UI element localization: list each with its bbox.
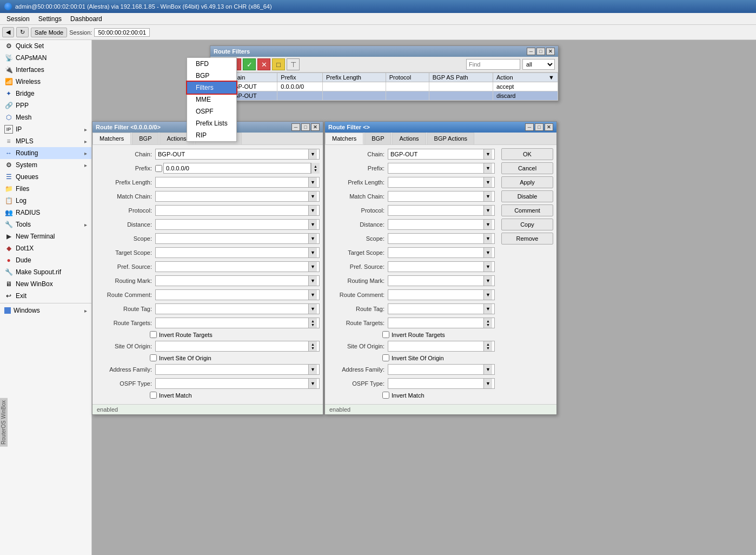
menu-session[interactable]: Session [2,14,34,24]
sidebar-item-windows[interactable]: Windows ▸ [0,305,91,316]
comment-btn[interactable]: □ [272,58,285,70]
sidebar-item-interfaces[interactable]: 🔌 Interfaces [0,64,91,76]
pref-source-select-right[interactable]: ▼ [388,261,495,272]
submenu-rip[interactable]: RIP [187,129,236,141]
sidebar-item-ppp[interactable]: 🔗 PPP [0,100,91,111]
sidebar-item-ip[interactable]: IP IP ▸ [0,123,91,135]
routing-mark-select-right[interactable]: ▼ [388,275,495,286]
rf-right-close[interactable]: ✕ [545,123,553,131]
submenu-bgp[interactable]: BGP [187,70,236,82]
sidebar-item-log[interactable]: 📋 Log [0,195,91,207]
submenu-filters[interactable]: Filters [187,82,236,94]
protocol-arrow-left[interactable]: ▼ [308,206,317,215]
route-targets-double-arrow-left[interactable]: ▲ ▼ [308,318,317,328]
route-comment-arrow-right[interactable]: ▼ [483,290,492,300]
sidebar-item-radius[interactable]: 👥 RADIUS [0,207,91,219]
tab-matchers-right[interactable]: Matchers [325,133,363,144]
action-dropdown-icon[interactable]: ▼ [548,74,554,81]
ok-button[interactable]: OK [501,148,553,160]
scope-arrow-right[interactable]: ▼ [483,234,492,243]
chain-select-left[interactable]: BGP-OUT ▼ [155,149,320,160]
route-tag-select-right[interactable]: ▼ [388,303,495,314]
route-tag-select-left[interactable]: ▼ [155,303,320,314]
route-tag-arrow-right[interactable]: ▼ [483,304,492,314]
menu-settings[interactable]: Settings [34,14,66,24]
route-filter-right-title-bar[interactable]: Route Filter <> ─ □ ✕ [325,122,556,133]
sidebar-item-routing[interactable]: ↔ Routing ▸ [0,147,91,159]
chain-select-right[interactable]: BGP-OUT ▼ [388,149,495,160]
routing-mark-arrow-right[interactable]: ▼ [483,276,492,286]
prefix-scroll-left[interactable]: ▲ ▼ [311,163,320,174]
tab-bgp-right[interactable]: BGP [364,133,391,144]
sidebar-item-tools[interactable]: 🔧 Tools ▸ [0,219,91,230]
tab-bgp-left[interactable]: BGP [132,133,158,144]
tab-matchers-left[interactable]: Matchers [92,133,131,144]
match-chain-select-left[interactable]: ▼ [155,191,320,202]
match-chain-arrow-right[interactable]: ▼ [483,191,492,201]
distance-select-left[interactable]: ▼ [155,219,320,230]
ospf-type-select-right[interactable]: ▼ [388,378,495,389]
address-family-select-right[interactable]: ▼ [388,364,495,375]
enable-btn[interactable]: ✓ [243,58,256,70]
site-of-origin-double-arrow-right[interactable]: ▲ ▼ [483,341,492,351]
invert-match-checkbox-right[interactable] [382,392,389,399]
scope-select-right[interactable]: ▼ [388,233,495,244]
invert-route-targets-checkbox-right[interactable] [382,331,389,338]
distance-arrow-left[interactable]: ▼ [308,220,317,229]
sidebar-item-mesh[interactable]: ⬡ Mesh [0,111,91,123]
route-targets-select-left[interactable]: ▲ ▼ [155,318,320,328]
scope-arrow-left[interactable]: ▼ [308,234,317,243]
target-scope-select-left[interactable]: ▼ [155,247,320,258]
copy-button[interactable]: Copy [501,219,553,230]
invert-match-checkbox-left[interactable] [150,392,157,399]
sidebar-item-capsman[interactable]: 📡 CAPsMAN [0,52,91,64]
prefix-length-select-right[interactable]: ▼ [388,177,495,188]
route-tag-arrow-left[interactable]: ▼ [308,304,317,314]
prefix-input-left[interactable] [163,163,311,174]
protocol-select-right[interactable]: ▼ [388,205,495,216]
sidebar-item-quick-set[interactable]: ⚙ Quick Set [0,40,91,52]
rf-right-minimize[interactable]: ─ [525,123,534,131]
tab-bgp-actions-right[interactable]: BGP Actions [427,133,475,144]
invert-site-of-origin-checkbox-left[interactable] [150,354,157,361]
sidebar-item-bridge[interactable]: ✦ Bridge [0,88,91,100]
route-filters-minimize[interactable]: ─ [527,48,535,55]
submenu-mme[interactable]: MME [187,94,236,105]
table-row[interactable]: 0 BGP-OUT 0.0.0.0/0 accept [211,82,558,91]
protocol-select-left[interactable]: ▼ [155,205,320,216]
remove-button[interactable]: Remove [501,233,553,245]
routing-mark-arrow-left[interactable]: ▼ [308,276,317,286]
sidebar-item-dot1x[interactable]: ◆ Dot1X [0,242,91,254]
prefix-length-arrow-left[interactable]: ▼ [308,177,317,187]
target-scope-select-right[interactable]: ▼ [388,247,495,258]
route-filters-maximize[interactable]: □ [536,48,545,55]
rf-right-maximize[interactable]: □ [535,123,543,131]
match-chain-select-right[interactable]: ▼ [388,191,495,202]
route-targets-double-arrow-right[interactable]: ▲ ▼ [483,318,492,328]
sidebar-item-new-terminal[interactable]: ▶ New Terminal [0,230,91,242]
pref-source-arrow-right[interactable]: ▼ [483,262,492,272]
safe-mode-btn[interactable]: Safe Mode [31,28,67,37]
ospf-type-select-left[interactable]: ▼ [155,378,320,389]
filter-btn[interactable]: ⊤ [287,58,300,70]
comment-button[interactable]: Comment [501,204,553,216]
disable-btn[interactable]: ✕ [257,58,270,70]
route-comment-select-left[interactable]: ▼ [155,289,320,300]
chain-arrow-left[interactable]: ▼ [308,149,317,159]
scope-select-left[interactable]: ▼ [155,233,320,244]
route-filters-title-bar[interactable]: Route Filters ─ □ ✕ [210,46,558,57]
tab-actions-right[interactable]: Actions [392,133,426,144]
match-chain-arrow-left[interactable]: ▼ [308,191,317,201]
route-targets-select-right[interactable]: ▲ ▼ [388,318,495,328]
ospf-type-arrow-right[interactable]: ▼ [483,379,492,388]
pref-source-select-left[interactable]: ▼ [155,261,320,272]
protocol-arrow-right[interactable]: ▼ [483,206,492,215]
site-of-origin-double-arrow-left[interactable]: ▲ ▼ [308,341,317,351]
target-scope-arrow-right[interactable]: ▼ [483,248,492,257]
sidebar-item-files[interactable]: 📁 Files [0,183,91,195]
menu-dashboard[interactable]: Dashboard [66,14,107,24]
invert-route-targets-checkbox-left[interactable] [150,331,157,338]
pref-source-arrow-left[interactable]: ▼ [308,262,317,272]
submenu-ospf[interactable]: OSPF [187,105,236,117]
sidebar-item-wireless[interactable]: 📶 Wireless [0,76,91,88]
